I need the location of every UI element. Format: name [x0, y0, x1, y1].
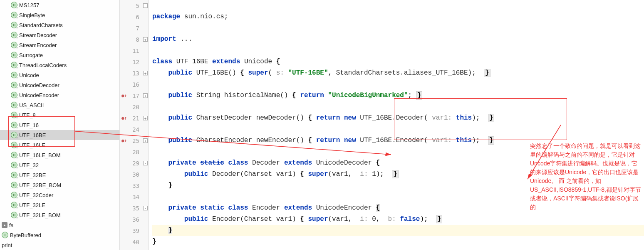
tree-label: fs: [9, 222, 13, 228]
interface-icon: I: [2, 232, 8, 238]
gutter-line: 35-: [120, 202, 149, 214]
gutter-line: 8+: [120, 34, 149, 45]
gutter: 5-678+111213+16●↑17+20●↑21+24●↑25+2829-3…: [120, 0, 149, 250]
class-icon: C: [11, 12, 17, 18]
class-icon: C: [11, 62, 17, 68]
code-line[interactable]: class UTF_16BE extends Unicode {: [152, 56, 644, 68]
tree-item-utf_32coder[interactable]: CUTF_32Coder: [0, 190, 119, 200]
class-icon: C: [11, 32, 17, 38]
tree-item-standardcharsets[interactable]: CStandardCharsets: [0, 20, 119, 30]
fold-icon[interactable]: +: [143, 71, 148, 75]
code-editor[interactable]: package sun.nio.cs;import ...class UTF_1…: [149, 0, 644, 250]
gutter-line: 24: [120, 124, 149, 135]
tree-label: UTF_32LE: [19, 202, 45, 208]
gutter-line: 12: [120, 56, 149, 68]
override-icon[interactable]: ●↑: [121, 115, 127, 121]
fold-icon[interactable]: +: [143, 93, 148, 98]
code-line[interactable]: }: [152, 225, 644, 236]
class-icon: C: [11, 102, 17, 108]
tree-label: StreamDecoder: [19, 32, 57, 38]
tree-label: ByteBuffered: [10, 232, 41, 238]
code-line[interactable]: [152, 45, 644, 56]
class-icon: C: [11, 82, 17, 88]
gutter-line: 11: [120, 45, 149, 56]
gutter-line: ●↑25+: [120, 135, 149, 146]
tree-item-utf_32le_bom[interactable]: CUTF_32LE_BOM: [0, 210, 119, 220]
tree-item-utf_16[interactable]: CUTF_16: [0, 120, 119, 130]
class-icon: C: [11, 42, 17, 48]
annotation-chinese: 突然忘了一个致命的问题，就是可以看到这里的编解码与之前的不同的是，它是针对Unc…: [530, 142, 642, 212]
tree-item-ms1257[interactable]: CMS1257: [0, 0, 119, 10]
tree-item-surrogate[interactable]: CSurrogate: [0, 50, 119, 60]
tree-item-unicode[interactable]: CUnicode: [0, 70, 119, 80]
gutter-line: 28: [120, 146, 149, 158]
tree-item-threadlocalcoders[interactable]: CThreadLocalCoders: [0, 60, 119, 70]
tree-item-streamdecoder[interactable]: CStreamDecoder: [0, 30, 119, 40]
project-tree[interactable]: CMS1257CSingleByteCStandardCharsetsCStre…: [0, 0, 120, 250]
fold-icon[interactable]: -: [143, 161, 148, 165]
class-icon: C: [11, 202, 17, 208]
class-icon: C: [11, 152, 17, 158]
class-icon: C: [11, 192, 17, 198]
code-line[interactable]: import ...: [152, 34, 644, 45]
tree-label: UTF_16: [19, 122, 39, 128]
gutter-line: 40: [120, 236, 149, 248]
code-line[interactable]: public String historicalName() { return …: [152, 90, 644, 101]
code-line[interactable]: [152, 22, 644, 34]
tree-item-utf_32be_bom[interactable]: CUTF_32BE_BOM: [0, 180, 119, 190]
class-icon: C: [11, 92, 17, 98]
code-line[interactable]: [152, 124, 644, 135]
tree-label: StreamEncoder: [19, 42, 57, 48]
tree-item-utf_16le_bom[interactable]: CUTF_16LE_BOM: [0, 150, 119, 160]
code-line[interactable]: public CharsetDecoder newDecoder() { ret…: [152, 112, 644, 124]
tree-item-fs[interactable]: ▸fs: [0, 220, 119, 230]
tree-label: UTF_8: [19, 112, 36, 118]
tree-item-singlebyte[interactable]: CSingleByte: [0, 10, 119, 20]
code-line[interactable]: [152, 79, 644, 90]
code-line[interactable]: public Encoder(Charset var1) { super(var…: [152, 214, 644, 225]
fold-icon[interactable]: +: [143, 138, 148, 143]
class-icon: C: [11, 172, 17, 178]
code-line[interactable]: }: [152, 236, 644, 248]
tree-label: print: [2, 242, 12, 248]
tree-label: UnicodeDecoder: [19, 82, 59, 88]
fold-icon[interactable]: -: [143, 206, 148, 210]
gutter-line: 20: [120, 101, 149, 112]
class-icon: C: [11, 182, 17, 188]
override-icon[interactable]: ●↑: [121, 93, 127, 98]
code-line[interactable]: public UTF_16BE() { super( s: "UTF-16BE"…: [152, 68, 644, 79]
gutter-line: 29-: [120, 158, 149, 169]
class-icon: C: [11, 122, 17, 128]
fold-icon[interactable]: +: [143, 116, 148, 120]
code-line[interactable]: [152, 248, 644, 250]
tree-item-bytebuffered[interactable]: IByteBuffered: [0, 230, 119, 240]
tree-item-streamencoder[interactable]: CStreamEncoder: [0, 40, 119, 50]
code-line[interactable]: [152, 0, 644, 11]
tree-label: UTF_16BE: [19, 132, 46, 138]
tree-label: Unicode: [19, 72, 39, 78]
tree-item-utf_16le[interactable]: CUTF_16LE: [0, 140, 119, 150]
code-line[interactable]: [152, 101, 644, 112]
tree-item-utf_32[interactable]: CUTF_32: [0, 160, 119, 170]
tree-label: UTF_32BE_BOM: [19, 182, 61, 188]
fold-icon[interactable]: -: [143, 3, 148, 8]
gutter-line: ●↑17+: [120, 90, 149, 101]
tree-label: UTF_32: [19, 162, 39, 168]
tree-item-print[interactable]: print: [0, 240, 119, 250]
tree-item-us_ascii[interactable]: CUS_ASCII: [0, 100, 119, 110]
tree-label: MS1257: [19, 2, 39, 8]
fold-icon[interactable]: +: [143, 37, 148, 42]
code-line[interactable]: package sun.nio.cs;: [152, 11, 644, 22]
tree-item-utf_16be[interactable]: CUTF_16BE: [0, 130, 119, 140]
gutter-line: 33: [120, 180, 149, 191]
tree-item-utf_32le[interactable]: CUTF_32LE: [0, 200, 119, 210]
tree-item-unicodedecoder[interactable]: CUnicodeDecoder: [0, 80, 119, 90]
gutter-line: 41: [120, 248, 149, 250]
tree-item-utf_32be[interactable]: CUTF_32BE: [0, 170, 119, 180]
override-icon[interactable]: ●↑: [121, 138, 127, 143]
tree-item-utf_8[interactable]: CUTF_8: [0, 110, 119, 120]
gutter-line: 30: [120, 169, 149, 180]
tree-item-unicodeencoder[interactable]: CUnicodeEncoder: [0, 90, 119, 100]
tree-label: Surrogate: [19, 52, 43, 58]
tree-label: UTF_32LE_BOM: [19, 212, 61, 218]
